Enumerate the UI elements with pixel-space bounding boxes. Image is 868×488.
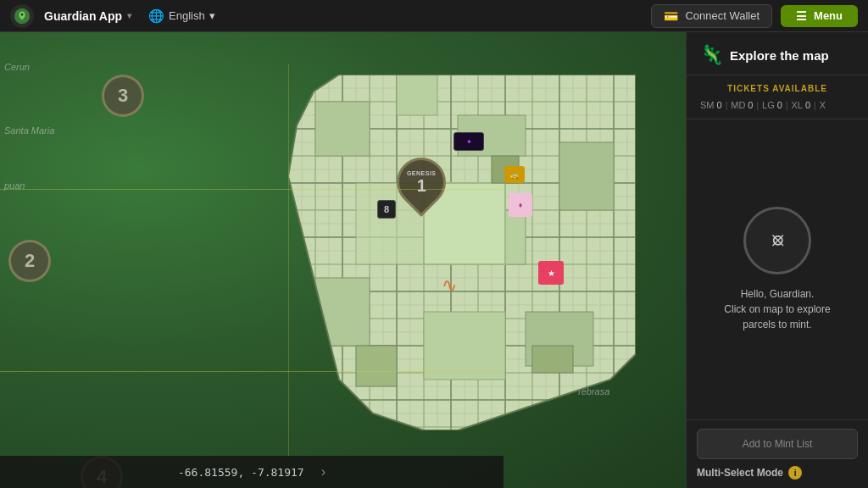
parcel-logo-2[interactable]: 🚕 — [504, 166, 525, 183]
multi-select-label: Multi-Select Mode — [697, 467, 783, 479]
parcel-logo-1[interactable]: ✦ — [453, 132, 484, 151]
pin-3-label: 3 — [118, 85, 128, 107]
compass-message: Hello, Guardian.Click on map to explorep… — [724, 286, 830, 332]
ticket-lg: LG 0 — [762, 100, 782, 110]
coord-arrow-right[interactable]: › — [321, 464, 326, 480]
menu-button[interactable]: ☰ Menu — [781, 5, 858, 27]
tickets-label: TICKETS AVAILABLE — [700, 84, 854, 93]
menu-label: Menu — [814, 9, 843, 22]
svg-rect-9 — [315, 102, 370, 156]
ticket-xl: XL 0 — [792, 100, 811, 110]
explore-icon: 🦎 — [700, 44, 723, 66]
multi-select-info-icon[interactable]: i — [788, 466, 802, 480]
wallet-icon: 💳 — [664, 9, 678, 23]
parcel-logo-3[interactable]: ♦ — [509, 193, 532, 217]
ticket-md: MD 0 — [731, 100, 753, 110]
parcel-logo-4[interactable]: ★ — [538, 261, 564, 285]
ticket-x: X — [820, 100, 826, 110]
header-right: 💳 Connect Wallet ☰ Menu — [651, 4, 858, 28]
svg-rect-16 — [424, 312, 505, 380]
parcel-logo-wave[interactable]: ∿ — [439, 271, 475, 298]
explore-title: Explore the map — [730, 48, 829, 63]
svg-rect-21 — [532, 346, 573, 373]
lang-chevron: ▾ — [209, 9, 215, 22]
multi-select-row: Multi-Select Mode i — [697, 466, 858, 480]
parcel-badge-8[interactable]: 8 — [377, 200, 396, 219]
bottom-panel: Add to Mint List Multi-Select Mode i — [687, 419, 868, 488]
add-mint-label: Add to Mint List — [743, 438, 813, 450]
svg-point-1 — [21, 13, 24, 15]
svg-text:∿: ∿ — [442, 274, 457, 296]
app-logo — [10, 4, 34, 28]
pin-1-label: 1 — [416, 177, 426, 194]
menu-lines-icon: ☰ — [796, 9, 807, 23]
app-name-text: Guardian App — [44, 9, 122, 23]
svg-rect-12 — [559, 142, 614, 210]
map-pin-2[interactable]: 2 — [8, 240, 51, 282]
info-icon-label: i — [794, 469, 797, 478]
svg-rect-10 — [397, 75, 437, 115]
compass-ring: ⌖ — [743, 207, 811, 274]
tickets-section: TICKETS AVAILABLE SM 0 | MD 0 | LG 0 | X… — [687, 75, 868, 119]
connect-wallet-button[interactable]: 💳 Connect Wallet — [651, 4, 772, 28]
globe-icon: 🌐 — [148, 8, 164, 24]
pin-2-label: 2 — [25, 250, 35, 272]
compass-section: ⌖ Hello, Guardian.Click on map to explor… — [687, 119, 868, 419]
ticket-sm: SM 0 — [700, 100, 722, 110]
svg-rect-15 — [315, 278, 370, 346]
compass-icon: ⌖ — [760, 223, 795, 258]
map-pin-1-genesis[interactable]: GENESIS 1 — [397, 158, 446, 207]
svg-rect-20 — [356, 346, 397, 386]
add-to-mint-button[interactable]: Add to Mint List — [697, 429, 858, 459]
app-header: Guardian App ▾ 🌐 English ▾ 💳 Connect Wal… — [0, 0, 868, 32]
header-left: Guardian App ▾ 🌐 English ▾ — [10, 4, 222, 28]
language-label: English — [169, 9, 205, 22]
app-name-chevron: ▾ — [127, 11, 131, 20]
explore-header: 🦎 Explore the map — [687, 32, 868, 75]
right-panel: 🦎 Explore the map TICKETS AVAILABLE SM 0… — [686, 32, 868, 488]
map-container[interactable]: Cerun Santa Maria puan Tebrasa — [0, 32, 686, 488]
coordinate-bar: -66.81559, -7.81917 › — [0, 456, 504, 488]
language-selector[interactable]: 🌐 English ▾ — [142, 5, 222, 27]
map-pin-3[interactable]: 3 — [102, 75, 144, 117]
app-name-label[interactable]: Guardian App ▾ — [44, 9, 131, 23]
coordinate-display: -66.81559, -7.81917 — [178, 466, 304, 479]
parcel-grid[interactable]: ✦ 🚕 8 ♦ ★ ∿ — [288, 75, 636, 430]
connect-wallet-label: Connect Wallet — [685, 9, 760, 22]
tickets-row: SM 0 | MD 0 | LG 0 | XL 0 | X — [700, 100, 854, 110]
